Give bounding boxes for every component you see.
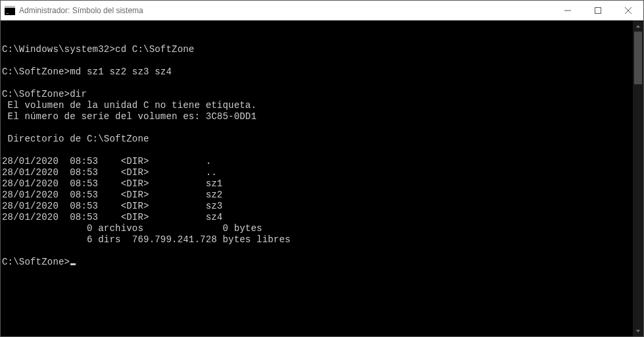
terminal-line <box>2 145 642 156</box>
maximize-button[interactable] <box>583 1 613 20</box>
terminal-area[interactable]: C:\Windows\system32>cd C:\SoftZone C:\So… <box>1 20 643 336</box>
terminal-line: 28/01/2020 08:53 <DIR> sz2 <box>2 190 642 201</box>
scrollbar-up-arrow[interactable] <box>633 20 643 32</box>
terminal-output: C:\Windows\system32>cd C:\SoftZone C:\So… <box>2 44 642 268</box>
window-controls <box>553 1 643 20</box>
terminal-line: 28/01/2020 08:53 <DIR> sz1 <box>2 178 642 190</box>
command-text: dir <box>70 89 87 99</box>
close-button[interactable] <box>613 1 643 20</box>
svg-rect-1 <box>5 6 15 8</box>
terminal-line: 6 dirs 769.799.241.728 bytes libres <box>2 234 642 246</box>
terminal-line <box>2 122 642 134</box>
window-titlebar[interactable]: _ Administrador: Símbolo del sistema <box>1 1 643 20</box>
terminal-line <box>2 55 642 66</box>
terminal-line: 28/01/2020 08:53 <DIR> .. <box>2 167 642 178</box>
svg-rect-4 <box>595 8 601 14</box>
terminal-line <box>2 246 642 257</box>
terminal-line: El volumen de la unidad C no tiene etiqu… <box>2 100 642 111</box>
terminal-line: C:\SoftZone>md sz1 sz2 sz3 sz4 <box>2 66 642 78</box>
prompt: C:\Windows\system32> <box>2 44 115 55</box>
terminal-line: C:\Windows\system32>cd C:\SoftZone <box>2 44 642 55</box>
command-text: cd C:\SoftZone <box>115 44 194 55</box>
command-text: md sz1 sz2 sz3 sz4 <box>70 66 172 77</box>
prompt: C:\SoftZone> <box>2 66 70 77</box>
minimize-button[interactable] <box>553 1 583 20</box>
scrollbar-down-arrow[interactable] <box>633 325 643 336</box>
scrollbar-thumb[interactable] <box>634 32 642 84</box>
vertical-scrollbar[interactable] <box>633 20 643 336</box>
terminal-line: El número de serie del volumen es: 3C85-… <box>2 111 642 122</box>
svg-marker-8 <box>636 330 640 332</box>
cmd-icon: _ <box>5 5 15 16</box>
window-title: Administrador: Símbolo del sistema <box>19 6 143 15</box>
cursor <box>70 263 76 265</box>
terminal-line: 28/01/2020 08:53 <DIR> . <box>2 156 642 167</box>
svg-marker-7 <box>636 25 640 28</box>
terminal-line: C:\SoftZone>dir <box>2 89 642 100</box>
prompt: C:\SoftZone> <box>2 257 70 267</box>
terminal-line: 28/01/2020 08:53 <DIR> sz4 <box>2 212 642 223</box>
terminal-line: 0 archivos 0 bytes <box>2 223 642 234</box>
prompt: C:\SoftZone> <box>2 89 70 99</box>
terminal-line: 28/01/2020 08:53 <DIR> sz3 <box>2 201 642 212</box>
terminal-line: Directorio de C:\SoftZone <box>2 134 642 145</box>
terminal-line: C:\SoftZone> <box>2 257 642 268</box>
terminal-line <box>2 78 642 89</box>
